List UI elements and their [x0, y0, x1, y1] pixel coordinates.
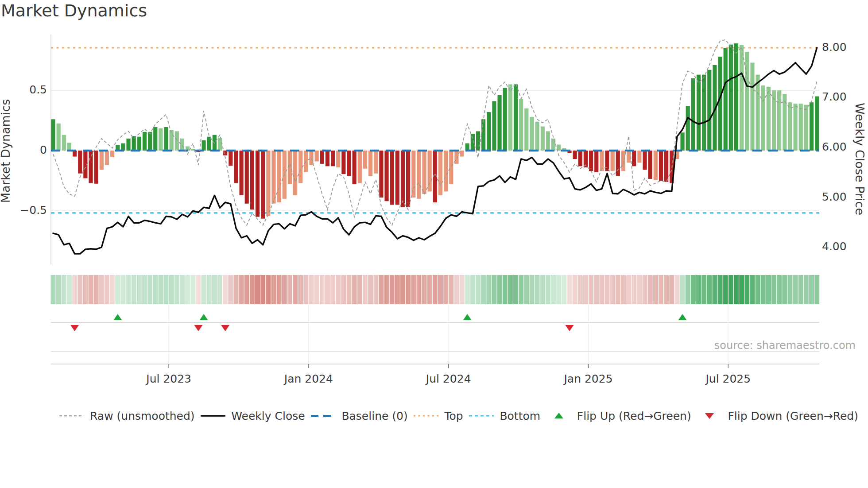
heatmap-cell: [761, 275, 766, 304]
osc-bar: [804, 105, 808, 151]
osc-bar: [218, 138, 222, 151]
osc-bar: [406, 151, 410, 207]
heatmap-cell: [56, 275, 61, 304]
flip-down-marker: [70, 325, 79, 331]
heatmap-cell: [659, 275, 663, 304]
osc-bar: [336, 151, 340, 167]
osc-bar: [508, 84, 512, 151]
heatmap-cell: [449, 275, 453, 304]
heatmap-cell: [648, 275, 653, 304]
osc-bar: [481, 119, 485, 151]
heatmap-cell: [325, 275, 330, 304]
legend-item-flip-up: Flip Up (Red→Green): [546, 410, 691, 422]
osc-bar: [578, 151, 582, 166]
osc-bar: [51, 119, 55, 151]
osc-bar: [476, 131, 480, 151]
osc-bar: [266, 151, 270, 216]
osc-bar: [261, 151, 265, 219]
osc-bar: [395, 151, 399, 205]
heatmap-cell: [814, 275, 819, 304]
heatmap-cell: [540, 275, 545, 304]
legend-swatch-flip-down: [697, 410, 722, 422]
osc-bar: [794, 104, 798, 151]
osc-bar: [503, 88, 507, 151]
oscillator-bars: [51, 43, 819, 219]
osc-bar: [67, 143, 71, 151]
legend-label: Weekly Close: [231, 410, 305, 422]
osc-bar: [492, 101, 496, 151]
osc-bar: [449, 151, 453, 184]
heatmap-cell: [422, 275, 427, 304]
osc-bar: [132, 136, 136, 151]
osc-bar: [353, 151, 356, 184]
legend-item-flip-down: Flip Down (Green→Red): [697, 410, 858, 422]
legend-swatch-flip-up: [546, 410, 572, 422]
heatmap-cell: [433, 275, 438, 304]
tick-label: −0.5: [20, 204, 47, 217]
heatmap-cell: [51, 275, 56, 304]
heatmap-cell: [470, 275, 475, 304]
osc-bar: [664, 151, 668, 182]
heatmap-cell: [180, 275, 185, 304]
heatmap-cell: [207, 275, 212, 304]
heatmap-cell: [266, 275, 271, 304]
osc-bar: [62, 135, 66, 151]
osc-bar: [514, 84, 518, 151]
osc-bar: [277, 151, 281, 202]
heatmap-cell: [115, 275, 120, 304]
heatmap-cell: [766, 275, 771, 304]
heatmap-cell: [782, 275, 787, 304]
osc-bar: [756, 75, 760, 151]
heatmap-cell: [734, 275, 739, 304]
osc-bar: [358, 151, 362, 183]
heatmap-cell: [83, 275, 88, 304]
osc-bar: [271, 151, 275, 204]
heatmap-cell: [202, 275, 206, 304]
heatmap-cell: [110, 275, 115, 304]
heatmap-cell: [277, 275, 282, 304]
heatmap-cell: [610, 275, 615, 304]
heatmap-cell: [669, 275, 674, 304]
osc-bar: [810, 102, 814, 151]
osc-bar: [126, 139, 130, 151]
heatmap-cell: [406, 275, 411, 304]
heatmap-cell: [94, 275, 99, 304]
osc-bar: [535, 122, 539, 151]
heatmap-cell: [562, 275, 566, 304]
osc-bar: [777, 90, 781, 151]
legend-label: Top: [444, 410, 463, 422]
heatmap-cell: [212, 275, 217, 304]
osc-bar: [320, 151, 324, 164]
osc-bar: [750, 62, 754, 151]
heatmap-cell: [298, 275, 303, 304]
heatmap-cell: [330, 275, 335, 304]
osc-bar: [487, 112, 491, 151]
osc-bar: [444, 151, 448, 191]
heatmap-cell: [438, 275, 443, 304]
osc-bar: [94, 151, 98, 184]
heatmap-cell: [686, 275, 690, 304]
osc-bar: [541, 127, 545, 151]
heatmap-cell: [293, 275, 298, 304]
legend-label: Raw (unsmoothed): [90, 410, 195, 422]
heatmap-cell: [373, 275, 378, 304]
osc-bar: [175, 131, 179, 151]
osc-bar: [245, 151, 249, 204]
heatmap-cell: [529, 275, 534, 304]
heatmap-cell: [395, 275, 400, 304]
osc-bar: [438, 151, 442, 195]
heatmap-cell: [153, 275, 158, 304]
osc-bar: [745, 52, 749, 151]
heatmap-cell: [427, 275, 432, 304]
heatmap-cell: [368, 275, 373, 304]
osc-bar: [315, 151, 319, 161]
heatmap-cell: [62, 275, 66, 304]
heatmap-cell: [804, 275, 809, 304]
osc-bar: [530, 117, 534, 151]
osc-bar: [374, 151, 378, 174]
osc-bar: [799, 104, 803, 151]
osc-bar: [815, 97, 819, 151]
heatmap-cell: [551, 275, 556, 304]
heatmap-cell: [718, 275, 723, 304]
osc-bar: [422, 151, 426, 194]
